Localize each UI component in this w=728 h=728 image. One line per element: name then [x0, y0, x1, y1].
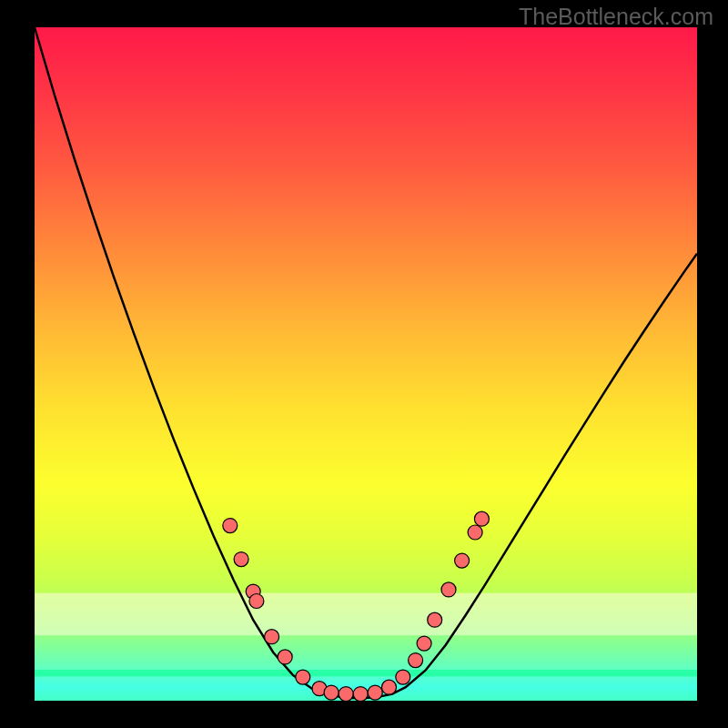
- chart-overlay: [0, 0, 728, 728]
- watermark-text: TheBottleneck.com: [519, 4, 713, 30]
- marker-dot: [265, 630, 279, 644]
- marker-dot: [353, 687, 368, 702]
- marker-dot: [368, 685, 382, 700]
- marker-dot: [441, 582, 456, 597]
- marker-dot: [468, 525, 482, 540]
- marker-dot: [324, 685, 339, 700]
- marker-dot: [428, 612, 442, 627]
- chart-container: TheBottleneck.com: [0, 0, 728, 728]
- marker-dot: [223, 519, 238, 533]
- marker-dot: [339, 687, 353, 702]
- highlight-band: [35, 593, 697, 636]
- highlight-band: [35, 670, 697, 676]
- marker-dot: [417, 636, 431, 651]
- marker-dot: [249, 594, 264, 609]
- marker-dot: [474, 511, 489, 526]
- marker-dot: [382, 680, 397, 694]
- marker-dot: [409, 653, 423, 668]
- marker-dot: [278, 650, 292, 664]
- marker-dot: [396, 670, 410, 684]
- marker-dot: [455, 553, 470, 568]
- marker-dot: [234, 552, 248, 567]
- marker-dot: [296, 670, 310, 684]
